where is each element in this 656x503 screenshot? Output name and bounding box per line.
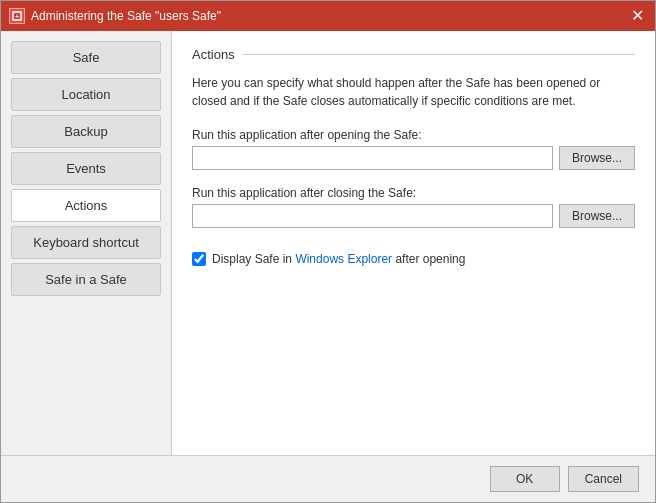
window-body: Safe Location Backup Events Actions Keyb…: [1, 31, 655, 455]
svg-text:+: +: [15, 13, 19, 20]
close-button[interactable]: ✕: [627, 6, 647, 26]
sidebar-item-events[interactable]: Events: [11, 152, 161, 185]
sidebar-item-safe-in-a-safe[interactable]: Safe in a Safe: [11, 263, 161, 296]
app-icon: +: [9, 8, 25, 24]
cancel-button[interactable]: Cancel: [568, 466, 639, 492]
sidebar-item-actions[interactable]: Actions: [11, 189, 161, 222]
open-app-group: Run this application after opening the S…: [192, 128, 635, 170]
sidebar-item-safe[interactable]: Safe: [11, 41, 161, 74]
sidebar-item-backup[interactable]: Backup: [11, 115, 161, 148]
close-app-input[interactable]: [192, 204, 553, 228]
display-safe-label: Display Safe in Windows Explorer after o…: [212, 252, 465, 266]
open-app-input[interactable]: [192, 146, 553, 170]
sidebar-item-location[interactable]: Location: [11, 78, 161, 111]
description-text: Here you can specify what should happen …: [192, 74, 635, 110]
main-panel: Actions Here you can specify what should…: [171, 31, 655, 455]
display-safe-checkbox[interactable]: [192, 252, 206, 266]
title-bar: + Administering the Safe "users Safe" ✕: [1, 1, 655, 31]
close-app-group: Run this application after closing the S…: [192, 186, 635, 228]
sidebar: Safe Location Backup Events Actions Keyb…: [1, 31, 171, 455]
ok-button[interactable]: OK: [490, 466, 560, 492]
display-safe-row: Display Safe in Windows Explorer after o…: [192, 252, 635, 266]
close-app-row: Browse...: [192, 204, 635, 228]
sidebar-item-keyboard-shortcut[interactable]: Keyboard shortcut: [11, 226, 161, 259]
close-app-label: Run this application after closing the S…: [192, 186, 635, 200]
open-app-label: Run this application after opening the S…: [192, 128, 635, 142]
title-bar-text: Administering the Safe "users Safe": [31, 9, 627, 23]
footer: OK Cancel: [1, 455, 655, 502]
close-browse-button[interactable]: Browse...: [559, 204, 635, 228]
section-title: Actions: [192, 47, 635, 66]
main-window: + Administering the Safe "users Safe" ✕ …: [0, 0, 656, 503]
open-browse-button[interactable]: Browse...: [559, 146, 635, 170]
open-app-row: Browse...: [192, 146, 635, 170]
